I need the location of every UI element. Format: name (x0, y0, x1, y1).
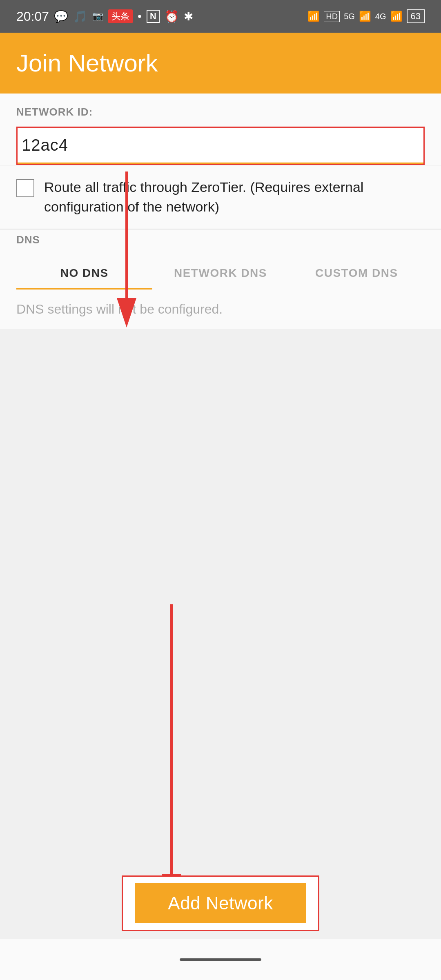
page-title: Join Network (16, 49, 158, 77)
battery-icon: 63 (407, 9, 425, 23)
5g-icon: 5G (344, 12, 355, 21)
signal2-icon: 📶 (390, 11, 403, 22)
route-traffic-checkbox[interactable] (16, 179, 34, 197)
status-right: 📶 HD 5G 📶 4G 📶 63 (307, 9, 425, 23)
alarm-icon: ⏰ (165, 10, 179, 23)
tab-no-dns[interactable]: NO DNS (16, 258, 152, 290)
wifi-icon: 📶 (307, 11, 320, 22)
status-left: 20:07 💬 🎵 📷 头条 • N ⏰ ✱ (16, 9, 193, 24)
n-icon: N (147, 10, 160, 23)
wechat-icon: 💬 (54, 10, 68, 23)
bottom-bar (0, 939, 441, 980)
dns-section-label: DNS (0, 229, 441, 246)
add-network-button-wrapper: Add Network (122, 875, 319, 931)
add-network-button[interactable]: Add Network (135, 883, 305, 923)
dns-tabs: NO DNS NETWORK DNS CUSTOM DNS (0, 246, 441, 290)
camera-icon: 📷 (92, 11, 103, 22)
route-traffic-row: Route all traffic through ZeroTier. (Req… (0, 165, 441, 229)
network-id-label: NETWORK ID: (0, 94, 441, 122)
signal-icon: 📶 (359, 11, 371, 22)
page-header: Join Network (0, 33, 441, 94)
network-id-input-wrapper (16, 127, 425, 165)
main-content: NETWORK ID: Route all traffic through Ze… (0, 94, 441, 329)
notification-icon: 头条 (108, 9, 133, 23)
music-icon: 🎵 (73, 10, 87, 23)
status-bar: 20:07 💬 🎵 📷 头条 • N ⏰ ✱ 📶 HD 5G 📶 4G 📶 63 (0, 0, 441, 33)
tab-network-dns[interactable]: NETWORK DNS (152, 258, 288, 290)
status-time: 20:07 (16, 9, 49, 24)
4g-icon: 4G (375, 12, 386, 21)
tab-custom-dns[interactable]: CUSTOM DNS (289, 258, 425, 290)
hd-icon: HD (324, 11, 340, 22)
bluetooth-icon: ✱ (184, 10, 193, 23)
dot-icon: • (138, 10, 142, 23)
dns-description: DNS settings will not be configured. (0, 290, 441, 329)
network-id-input[interactable] (18, 128, 423, 164)
add-network-area: Add Network (0, 875, 441, 931)
home-indicator (180, 958, 261, 961)
route-traffic-label: Route all traffic through ZeroTier. (Req… (44, 178, 425, 216)
